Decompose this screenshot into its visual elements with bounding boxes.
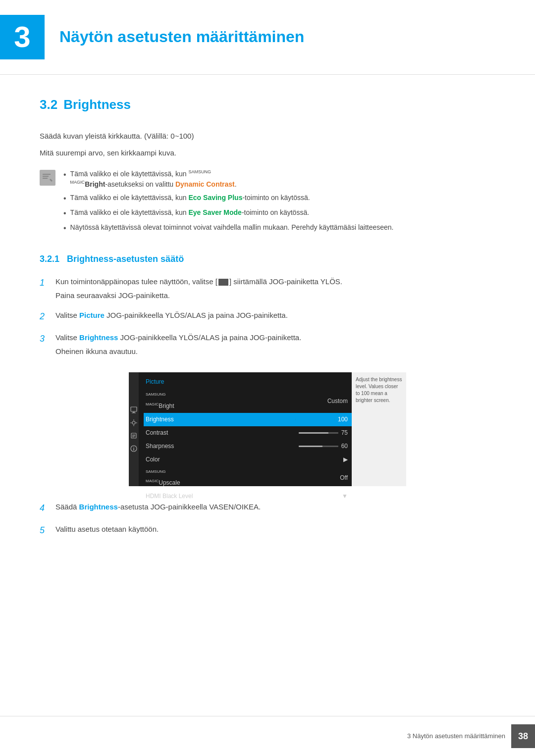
menu-icon <box>218 279 228 286</box>
brightness-link-3: Brightness <box>79 333 118 342</box>
monitor-display-icon <box>130 406 137 413</box>
brightness-link-4: Brightness <box>79 503 118 511</box>
page-number-box: 38 <box>511 724 535 748</box>
step-number-1: 1 <box>40 276 50 290</box>
monitor-gear-icon <box>130 432 137 439</box>
page-number: 38 <box>518 729 528 744</box>
footer-text: 3 Näytön asetusten määrittäminen <box>407 731 505 742</box>
steps-list: 1 Kun toimintonäppäinopas tulee näyttöön… <box>40 276 495 357</box>
intro-paragraph-1: Säädä kuvan yleistä kirkkautta. (Välillä… <box>40 130 495 142</box>
svg-rect-2 <box>43 178 48 179</box>
svg-rect-7 <box>133 420 134 421</box>
svg-rect-0 <box>43 174 51 175</box>
step-number-3: 3 <box>40 332 50 346</box>
main-content: 3.2 Brightness Säädä kuvan yleistä kirkk… <box>0 95 535 538</box>
step-sub-3: Oheinen ikkuna avautuu. <box>55 346 301 357</box>
svg-rect-16 <box>133 448 134 451</box>
steps-list-2: 4 Säädä Brightness-asetusta JOG-painikke… <box>40 501 495 538</box>
svg-rect-14 <box>132 437 134 437</box>
svg-rect-10 <box>136 422 137 423</box>
subsection-title-text: Brightness-asetusten säätö <box>67 254 184 264</box>
contrast-bar <box>299 432 338 434</box>
note-item-3: Tämä valikko ei ole käytettävissä, kun E… <box>63 207 394 219</box>
svg-rect-1 <box>43 176 49 177</box>
note-box: Tämä valikko ei ole käytettävissä, kun S… <box>40 169 495 237</box>
section-title-text: Brightness <box>63 95 131 115</box>
step-4: 4 Säädä Brightness-asetusta JOG-painikke… <box>40 501 495 515</box>
section-number: 3.2 <box>40 95 57 115</box>
note-icon <box>40 170 55 186</box>
note-item-1: Tämä valikko ei ole käytettävissä, kun S… <box>63 169 394 190</box>
page-footer: 3 Näytön asetusten määrittäminen 38 <box>0 716 535 756</box>
step-2: 2 Valitse Picture JOG-painikkeella YLÖS/… <box>40 309 495 324</box>
step-text-3: Valitse Brightness JOG-painikkeella YLÖS… <box>55 332 301 357</box>
picture-link: Picture <box>79 311 105 319</box>
monitor-item-color: Color ▶ <box>144 453 352 466</box>
intro-paragraph-2: Mitä suurempi arvo, sen kirkkaampi kuva. <box>40 147 495 159</box>
svg-rect-5 <box>132 413 136 413</box>
chapter-number: 3 <box>14 13 30 61</box>
svg-point-6 <box>132 421 135 424</box>
svg-rect-4 <box>133 412 135 413</box>
monitor-menu-title: Picture <box>144 377 352 387</box>
monitor-item-upscale: SAMSUNGMAGICUpscale Off <box>144 467 352 490</box>
subsection-number: 3.2.1 <box>40 254 59 264</box>
note-item-4: Näytössä käytettävissä olevat toiminnot … <box>63 222 394 234</box>
section-title: 3.2 Brightness <box>40 95 495 115</box>
monitor-mockup: Picture SAMSUNGMAGICBright Custom Bright… <box>129 372 406 486</box>
step-text-5: Valittu asetus otetaan käyttöön. <box>55 523 159 535</box>
monitor-menu: Picture SAMSUNGMAGICBright Custom Bright… <box>139 372 352 486</box>
step-5: 5 Valittu asetus otetaan käyttöön. <box>40 523 495 538</box>
chapter-title: Näytön asetusten määrittäminen <box>59 24 304 50</box>
step-text-2: Valitse Picture JOG-painikkeella YLÖS/AL… <box>55 309 288 321</box>
step-text-1: Kun toimintonäppäinopas tulee näyttöön, … <box>55 276 342 302</box>
subsection-title: 3.2.1 Brightness-asetusten säätö <box>40 252 495 266</box>
bright-label: Bright <box>85 180 105 188</box>
chapter-number-box: 3 <box>0 15 45 59</box>
dynamic-contrast-link: Dynamic Contrast <box>175 180 235 188</box>
svg-rect-12 <box>132 435 135 435</box>
chapter-header: 3 Näytön asetusten määrittäminen <box>0 0 535 75</box>
step-text-4: Säädä Brightness-asetusta JOG-painikkeel… <box>55 501 261 513</box>
step-3: 3 Valitse Brightness JOG-painikkeella YL… <box>40 332 495 357</box>
monitor-settings-icon <box>130 419 137 426</box>
step-sub-1: Paina seuraavaksi JOG-painiketta. <box>55 290 342 302</box>
svg-rect-13 <box>132 436 135 436</box>
note-item-2: Tämä valikko ei ole käytettävissä, kun E… <box>63 193 394 204</box>
brightness-bar <box>295 419 335 420</box>
monitor-tooltip: Adjust the brightness level. Values clos… <box>352 372 406 486</box>
step-number-4: 4 <box>40 501 50 515</box>
monitor-info-icon <box>130 445 137 452</box>
eye-saver-mode-link: Eye Saver Mode <box>189 208 242 216</box>
monitor-item-brightness: Brightness 100 <box>144 413 352 426</box>
note-list: Tämä valikko ei ole käytettävissä, kun S… <box>63 169 394 237</box>
monitor-item-magicbright: SAMSUNGMAGICBright Custom <box>144 390 352 412</box>
svg-rect-3 <box>131 407 137 411</box>
svg-point-17 <box>133 447 134 448</box>
monitor-item-sharpness: Sharpness 60 <box>144 440 352 453</box>
monitor-item-contrast: Contrast 75 <box>144 426 352 440</box>
step-number-5: 5 <box>40 523 50 538</box>
eco-saving-plus-link: Eco Saving Plus <box>189 194 243 202</box>
svg-rect-9 <box>131 422 132 423</box>
monitor-sidebar-icons <box>129 372 139 486</box>
svg-rect-8 <box>133 425 134 426</box>
step-number-2: 2 <box>40 309 50 324</box>
sharpness-bar <box>299 446 338 447</box>
monitor-mockup-container: Picture SAMSUNGMAGICBright Custom Bright… <box>40 372 495 486</box>
step-1: 1 Kun toimintonäppäinopas tulee näyttöön… <box>40 276 495 302</box>
